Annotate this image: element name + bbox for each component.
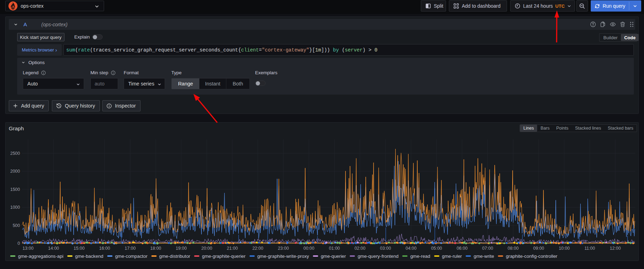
svg-text:07:00: 07:00 [482,246,493,251]
svg-text:19:00: 19:00 [176,246,187,251]
svg-text:16:00: 16:00 [99,246,110,251]
svg-text:00:00: 00:00 [303,246,314,251]
svg-text:2000: 2000 [10,169,20,174]
svg-text:13:00: 13:00 [22,246,33,251]
svg-text:09:00: 09:00 [533,246,544,251]
svg-text:04:00: 04:00 [405,246,416,251]
svg-text:06:00: 06:00 [457,246,467,251]
svg-text:05:00: 05:00 [431,246,442,251]
svg-text:21:00: 21:00 [227,246,238,251]
svg-text:10:00: 10:00 [559,246,570,251]
svg-text:22:00: 22:00 [252,246,263,251]
svg-text:20:00: 20:00 [201,246,212,251]
svg-text:01:00: 01:00 [329,246,340,251]
svg-text:2500: 2500 [10,151,20,156]
svg-text:17:00: 17:00 [125,246,136,251]
svg-text:12:00: 12:00 [610,246,621,251]
svg-text:1000: 1000 [10,205,20,210]
svg-text:03:00: 03:00 [380,246,391,251]
svg-text:14:00: 14:00 [48,246,59,251]
svg-text:1500: 1500 [10,187,20,192]
svg-text:0: 0 [18,241,20,246]
svg-text:15:00: 15:00 [74,246,84,251]
svg-text:500: 500 [13,223,20,228]
svg-text:08:00: 08:00 [508,246,519,251]
svg-text:11:00: 11:00 [584,246,595,251]
svg-text:23:00: 23:00 [278,246,289,251]
svg-text:02:00: 02:00 [355,246,365,251]
svg-text:18:00: 18:00 [150,246,161,251]
